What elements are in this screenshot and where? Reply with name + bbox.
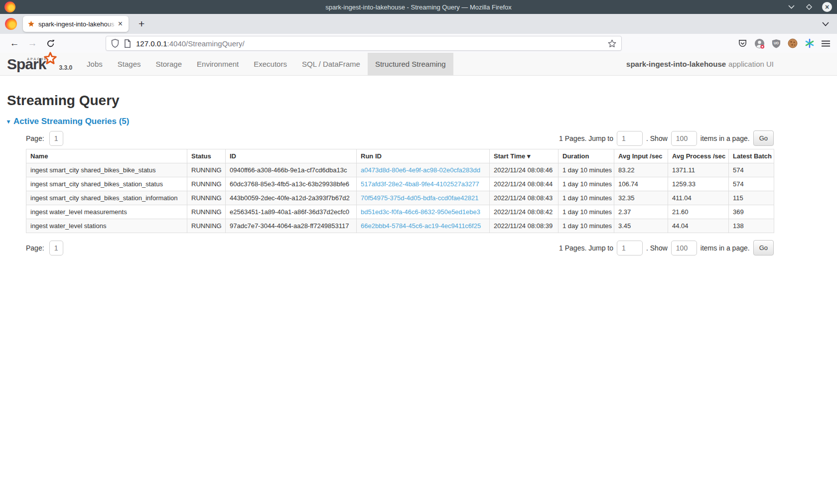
- spark-nav-storage[interactable]: Storage: [148, 53, 189, 75]
- col-header-duration[interactable]: Duration: [558, 149, 614, 163]
- cell-start-time: 2022/11/24 08:08:39: [490, 219, 558, 233]
- spark-version: 3.3.0: [59, 64, 72, 71]
- window-minimize-button[interactable]: [786, 2, 796, 12]
- url-text[interactable]: 127.0.0.1:4040/StreamingQuery/: [136, 39, 245, 48]
- col-header-id[interactable]: ID: [226, 149, 357, 163]
- tab-close-icon[interactable]: ×: [117, 19, 124, 28]
- cell-name: ingest water_level stations: [26, 219, 187, 233]
- run-id-link[interactable]: 517afd3f-28e2-4ba8-9fe4-4102527a3277: [361, 180, 479, 188]
- app-ui-suffix: application UI: [728, 60, 774, 68]
- cookie-icon[interactable]: [788, 38, 798, 48]
- cell-run-id: 70f54975-375d-4d05-bdfa-ccd0fae42821: [357, 191, 490, 205]
- cell-avg-process: 44.04: [668, 219, 729, 233]
- cell-start-time: 2022/11/24 08:08:44: [490, 177, 558, 191]
- collapse-arrow-icon: ▾: [7, 119, 10, 125]
- tab-title: spark-ingest-into-lakehous: [38, 20, 117, 28]
- spark-logo[interactable]: APACHE Spark 3.3.0: [0, 53, 76, 75]
- extension-asterisk-icon[interactable]: [805, 38, 815, 48]
- cell-status: RUNNING: [187, 177, 226, 191]
- cell-run-id: 517afd3f-28e2-4ba8-9fe4-4102527a3277: [357, 177, 490, 191]
- table-row: ingest smart_city shared_bikes_bike_stat…: [26, 163, 774, 177]
- page-label: Page:: [26, 134, 44, 142]
- col-header-run-id[interactable]: Run ID: [357, 149, 490, 163]
- active-queries-section-toggle[interactable]: ▾ Active Streaming Queries (5): [7, 117, 129, 126]
- firefox-window: spark-ingest-into-lakehouse - Streaming …: [0, 0, 837, 504]
- run-id-link[interactable]: bd51ed3c-f0fa-46c6-8632-950e5ed1ebe3: [361, 208, 480, 216]
- jump-to-page-input[interactable]: [617, 131, 643, 146]
- pocket-icon[interactable]: [738, 39, 747, 48]
- firefox-view-icon[interactable]: [5, 18, 17, 30]
- go-button[interactable]: Go: [753, 240, 774, 255]
- cell-avg-input: 3.45: [614, 219, 668, 233]
- url-host: 127.0.0.1: [136, 39, 167, 48]
- go-button[interactable]: Go: [753, 130, 774, 146]
- pagination-bottom: Page: 1 Pages. Jump to . Show items in a…: [26, 240, 774, 255]
- page-label: Page:: [26, 244, 44, 252]
- col-header-avg-process-sec[interactable]: Avg Process /sec: [668, 149, 729, 163]
- spark-nav-structured-streaming[interactable]: Structured Streaming: [368, 53, 453, 75]
- run-id-link[interactable]: 70f54975-375d-4d05-bdfa-ccd0fae42821: [361, 194, 478, 202]
- table-row: ingest water_level measurementsRUNNINGe2…: [26, 205, 774, 219]
- cell-avg-input: 106.74: [614, 177, 668, 191]
- items-per-page-input[interactable]: [671, 131, 697, 146]
- spark-logo-star-icon: [43, 52, 58, 67]
- pages-jump-text: 1 Pages. Jump to: [559, 244, 613, 252]
- cell-latest-batch: 115: [729, 191, 774, 205]
- spark-nav-jobs[interactable]: Jobs: [79, 53, 110, 75]
- spark-nav-executors[interactable]: Executors: [246, 53, 294, 75]
- shield-permissions-icon[interactable]: [111, 39, 119, 48]
- col-header-latest-batch[interactable]: Latest Batch: [729, 149, 774, 163]
- menu-hamburger-icon[interactable]: [822, 40, 830, 47]
- run-id-link[interactable]: 66e2bbb4-5784-45c6-ac19-4ec9411c6f25: [361, 222, 481, 230]
- browser-tab[interactable]: spark-ingest-into-lakehous ×: [23, 16, 129, 32]
- cell-avg-process: 21.60: [668, 205, 729, 219]
- spark-nav-environment[interactable]: Environment: [189, 53, 246, 75]
- col-header-avg-input-sec[interactable]: Avg Input /sec: [614, 149, 668, 163]
- col-header-start-time[interactable]: Start Time ▾: [490, 149, 558, 163]
- table-row: ingest smart_city shared_bikes_station_i…: [26, 191, 774, 205]
- cell-id: 97adc7e7-3044-4064-aa28-ff7249853117: [226, 219, 357, 233]
- cell-avg-input: 32.35: [614, 191, 668, 205]
- spark-nav-stages[interactable]: Stages: [110, 53, 148, 75]
- items-per-page-input[interactable]: [671, 241, 697, 255]
- window-close-button[interactable]: ×: [822, 2, 832, 12]
- cell-id: 443b0059-2dec-40fe-a12d-2a393f7b67d2: [226, 191, 357, 205]
- page-content: Streaming Query ▾ Active Streaming Queri…: [0, 93, 837, 255]
- jump-to-page-input[interactable]: [617, 241, 643, 255]
- spark-favicon-icon: [27, 20, 35, 28]
- url-bar[interactable]: 127.0.0.1:4040/StreamingQuery/: [106, 36, 622, 51]
- cell-duration: 1 day 10 minutes: [558, 163, 614, 177]
- window-maximize-button[interactable]: [804, 2, 814, 12]
- cell-name: ingest smart_city shared_bikes_station_s…: [26, 177, 187, 191]
- cell-id: e2563451-1a89-40a1-a86f-36d37d2ecfc0: [226, 205, 357, 219]
- pagination-top: Page: 1 Pages. Jump to . Show items in a…: [26, 130, 774, 146]
- ublock-shield-icon[interactable]: UO: [772, 39, 781, 48]
- cell-run-id: a0473d8d-80e6-4e9f-ac98-02e0cfa283dd: [357, 163, 490, 177]
- cell-name: ingest smart_city shared_bikes_bike_stat…: [26, 163, 187, 177]
- new-tab-button[interactable]: +: [135, 18, 148, 30]
- spark-header: APACHE Spark 3.3.0 JobsStagesStorageEnvi…: [0, 53, 837, 76]
- account-disabled-icon[interactable]: [754, 38, 765, 49]
- show-text: . Show: [646, 134, 668, 142]
- page-number-input[interactable]: [49, 241, 63, 255]
- cell-run-id: bd51ed3c-f0fa-46c6-8632-950e5ed1ebe3: [357, 205, 490, 219]
- cell-name: ingest smart_city shared_bikes_station_i…: [26, 191, 187, 205]
- page-number-input[interactable]: [49, 131, 63, 146]
- app-name: spark-ingest-into-lakehouse: [626, 60, 726, 68]
- back-button[interactable]: ←: [7, 38, 22, 49]
- window-titlebar: spark-ingest-into-lakehouse - Streaming …: [0, 0, 837, 14]
- page-info-icon[interactable]: [124, 39, 131, 48]
- col-header-status[interactable]: Status: [187, 149, 226, 163]
- list-all-tabs-icon[interactable]: [822, 22, 829, 26]
- cell-latest-batch: 574: [729, 163, 774, 177]
- reload-icon[interactable]: [43, 39, 58, 48]
- spark-nav-sql-dataframe[interactable]: SQL / DataFrame: [294, 53, 368, 75]
- streaming-queries-table: NameStatusIDRun IDStart Time ▾DurationAv…: [26, 149, 774, 233]
- col-header-name[interactable]: Name: [26, 149, 187, 163]
- table-row: ingest smart_city shared_bikes_station_s…: [26, 177, 774, 191]
- cell-latest-batch: 369: [729, 205, 774, 219]
- forward-button[interactable]: →: [25, 38, 40, 49]
- window-title: spark-ingest-into-lakehouse - Streaming …: [0, 3, 837, 11]
- bookmark-star-icon[interactable]: [608, 39, 616, 48]
- run-id-link[interactable]: a0473d8d-80e6-4e9f-ac98-02e0cfa283dd: [361, 166, 480, 174]
